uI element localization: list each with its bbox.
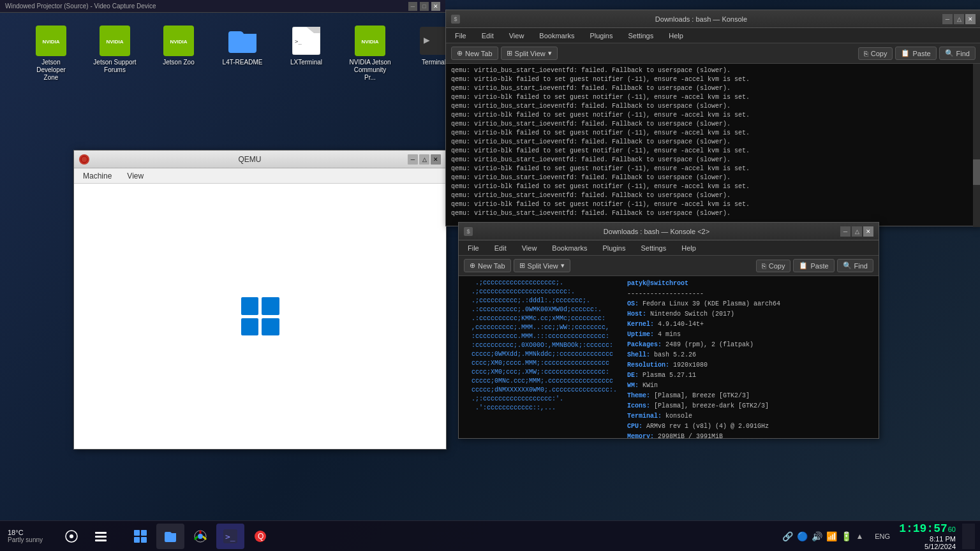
svg-text:Q: Q: [258, 532, 264, 541]
k1-find-btn[interactable]: 🔍 Find: [939, 47, 976, 60]
icon-label-lxterminal: LXTerminal: [290, 59, 322, 66]
k1-menu-bookmarks[interactable]: Bookmarks: [535, 31, 578, 41]
k2-menu-help[interactable]: Help: [678, 243, 700, 253]
desktop-icon-lxterminal[interactable]: >_ LXTerminal: [281, 22, 332, 85]
qemu-menu-view[interactable]: View: [123, 170, 147, 182]
k2-paste-btn[interactable]: 📋 Paste: [793, 259, 834, 272]
k1-menu-file[interactable]: File: [451, 31, 470, 41]
tray-expand-icon[interactable]: ▲: [856, 532, 863, 541]
k1-split-view-btn[interactable]: ⊞ Split View ▾: [501, 47, 558, 60]
k1-menu-edit[interactable]: Edit: [478, 31, 498, 41]
k2-menu-view[interactable]: View: [518, 243, 541, 253]
show-desktop-btn[interactable]: [962, 524, 975, 549]
konsole2-icon: $: [464, 227, 473, 236]
qemu-close-btn[interactable]: ✕: [431, 154, 441, 165]
activities-icon: [64, 529, 78, 543]
close-btn[interactable]: ✕: [431, 2, 440, 11]
svg-rect-24: [141, 530, 147, 536]
term-line-8: qemu: virtio-blk failed to set guest not…: [451, 129, 976, 138]
qemu-window: QEMU ─ △ ✕ Machine View: [73, 150, 447, 450]
konsole2-minimize-btn[interactable]: ─: [840, 226, 850, 237]
start-icon: [133, 529, 147, 543]
konsole1-title: Downloads : bash — Konsole: [465, 15, 937, 23]
konsole1-close-btn[interactable]: ✕: [965, 14, 976, 24]
desktop-icon-l4t-readme[interactable]: L4T-README: [217, 22, 268, 85]
maximize-btn[interactable]: □: [420, 2, 429, 11]
k2-split-label: Split View: [528, 262, 558, 270]
neo-cpu: CPU: ARMv8 rev 1 (v8l) (4) @ 2.091GHz: [627, 422, 791, 432]
qemu-maximize-btn[interactable]: △: [419, 154, 429, 165]
k1-menu-view[interactable]: View: [505, 31, 528, 41]
svg-point-13: [81, 156, 87, 163]
chrome-taskbar-btn[interactable]: [186, 524, 214, 549]
tray-battery-icon[interactable]: 🔋: [841, 531, 852, 541]
clock-widget[interactable]: 1:19:57 60 8:11 PM 5/12/2024: [894, 522, 961, 550]
tray-audio-icon[interactable]: 🔊: [812, 531, 822, 541]
konsole1-maximize-btn[interactable]: △: [954, 14, 964, 24]
k2-menu-settings[interactable]: Settings: [637, 243, 670, 253]
k1-copy-btn[interactable]: ⎘ Copy: [858, 47, 893, 60]
term-line-7: qemu: virtio_bus_start_ioeventfd: failed…: [451, 120, 976, 129]
icon-label-l4t-readme: L4T-README: [223, 59, 263, 66]
tray-bluetooth-icon[interactable]: 🔵: [797, 531, 808, 541]
k2-menu-edit[interactable]: Edit: [491, 243, 510, 253]
svg-line-31: [203, 536, 206, 540]
nvidia-icon-4: NVIDIA: [355, 26, 385, 56]
k2-new-tab-btn[interactable]: ⊕ New Tab: [464, 259, 511, 272]
minimize-btn[interactable]: ─: [408, 2, 417, 11]
qemu-menu-machine[interactable]: Machine: [79, 170, 115, 182]
k2-new-tab-icon: ⊕: [470, 261, 475, 270]
k2-split-view-btn[interactable]: ⊞ Split View ▾: [514, 259, 570, 272]
svg-text:>_: >_: [295, 38, 302, 45]
taskmanager-icon: [94, 530, 107, 543]
neo-shell: Shell: bash 5.2.26: [627, 350, 791, 360]
app-btn-5[interactable]: Q: [246, 524, 274, 549]
qemu-win-controls[interactable]: ─ △ ✕: [408, 154, 441, 165]
activities-btn[interactable]: [57, 524, 85, 549]
tray-lang[interactable]: ENG: [872, 533, 893, 540]
clock-time: 1:19:57: [899, 522, 947, 535]
desktop-icon-jetson-dev[interactable]: NVIDIA Jetson Developer Zone: [26, 22, 77, 85]
terminal-taskbar-btn[interactable]: >_: [216, 524, 244, 549]
icon-label-nvidia-community: NVIDIA Jetson Community Pr...: [348, 59, 392, 82]
taskmanager-btn[interactable]: [87, 524, 115, 549]
k2-copy-btn[interactable]: ⎘ Copy: [756, 260, 791, 272]
clock-date: 8:11 PM 5/12/2024: [924, 535, 956, 550]
system-tray: 🔗 🔵 🔊 📶 🔋 ▲ ENG: [777, 531, 893, 541]
konsole2-menubar: File Edit View Bookmarks Plugins Setting…: [459, 240, 879, 256]
icon-label-jetson-zoo: Jetson Zoo: [163, 59, 194, 66]
konsole-window-2: $ Downloads : bash — Konsole <2> ─ △ ✕ F…: [458, 222, 879, 439]
k2-find-btn[interactable]: 🔍 Find: [837, 259, 873, 272]
desktop-icon-jetson-zoo[interactable]: NVIDIA Jetson Zoo: [153, 22, 204, 85]
weather-desc: Partly sunny: [8, 536, 51, 543]
k2-menu-plugins[interactable]: Plugins: [598, 243, 629, 253]
start-btn[interactable]: [126, 524, 154, 549]
k1-new-tab-btn[interactable]: ⊕ New Tab: [451, 47, 498, 60]
terminal-shape: ▶: [420, 29, 448, 52]
k1-scrollbar-thumb[interactable]: [973, 159, 980, 185]
k1-paste-btn[interactable]: 📋 Paste: [895, 47, 936, 60]
konsole1-minimize-btn[interactable]: ─: [942, 14, 953, 24]
k1-new-tab-label: New Tab: [465, 50, 493, 57]
k1-menu-plugins[interactable]: Plugins: [586, 31, 616, 41]
konsole1-win-controls[interactable]: ─ △ ✕: [942, 14, 976, 24]
tray-volume-icon[interactable]: 📶: [826, 531, 837, 541]
konsole2-win-controls[interactable]: ─ △ ✕: [840, 226, 873, 237]
nvidia-logo-3: NVIDIA: [163, 26, 194, 56]
k2-menu-file[interactable]: File: [464, 243, 483, 253]
k1-menu-help[interactable]: Help: [665, 31, 687, 41]
desktop-icon-nvidia-community[interactable]: NVIDIA NVIDIA Jetson Community Pr...: [345, 22, 396, 85]
title-controls[interactable]: ─ □ ✕: [408, 2, 440, 11]
k2-menu-bookmarks[interactable]: Bookmarks: [548, 243, 591, 253]
filemanager-taskbar-btn[interactable]: [156, 524, 184, 549]
nvidia-logo-4: NVIDIA: [355, 26, 385, 56]
term-line-1: qemu: virtio_bus_start_ioeventfd: failed…: [451, 66, 976, 75]
term-line-6: qemu: virtio-blk failed to set guest not…: [451, 111, 976, 120]
tray-network-icon[interactable]: 🔗: [782, 531, 793, 541]
konsole2-close-btn[interactable]: ✕: [863, 226, 873, 237]
qemu-minimize-btn[interactable]: ─: [408, 154, 418, 165]
k1-menu-settings[interactable]: Settings: [624, 31, 657, 41]
desktop-icon-jetson-forums[interactable]: NVIDIA Jetson Support Forums: [89, 22, 140, 85]
konsole2-maximize-btn[interactable]: △: [852, 226, 862, 237]
konsole1-content: qemu: virtio_bus_start_ioeventfd: failed…: [446, 64, 980, 226]
